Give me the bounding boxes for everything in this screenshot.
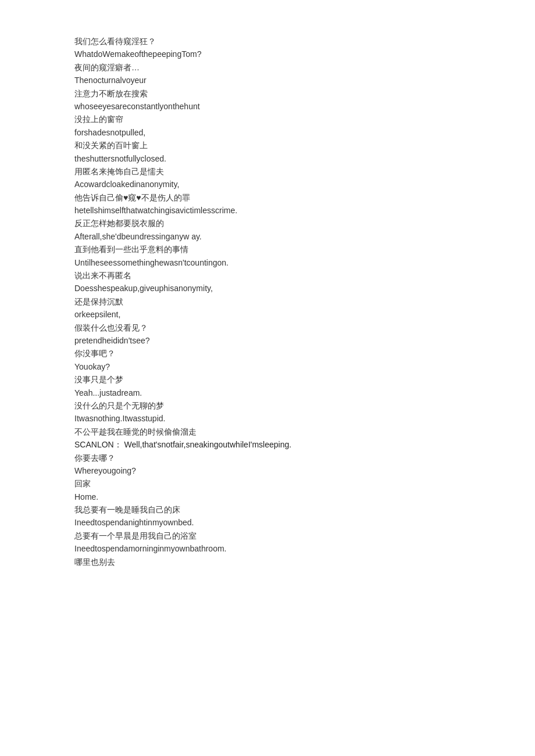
text-line-26: 没事只是个梦: [74, 373, 461, 386]
text-line-12: 他告诉自己偷♥窥♥不是伤人的罪: [74, 191, 461, 204]
text-line-27: Yeah...justadream.: [74, 386, 461, 399]
text-line-34: 回家: [74, 477, 461, 490]
text-line-3: Thenocturnalvoyeur: [74, 74, 461, 87]
text-line-4: 注意力不断放在搜索: [74, 87, 461, 100]
text-line-28: 没什么的只是个无聊的梦: [74, 399, 461, 412]
text-line-1: WhatdoWemakeofthepeepingTom?: [74, 48, 461, 60]
text-line-30: 不公平趁我在睡觉的时候偷偷溜走: [74, 425, 461, 438]
text-line-19: Doesshespeakup,giveuphisanonymity,: [74, 282, 461, 295]
main-content: 我们怎么看待窥淫狂？WhatdoWemakeofthepeepingTom?夜间…: [74, 35, 461, 568]
text-line-38: 总要有一个早晨是用我自己的浴室: [74, 529, 461, 542]
text-line-22: 假装什么也没看见？: [74, 321, 461, 334]
text-line-17: Untilheseessomethinghewasn'tcountingon.: [74, 256, 461, 269]
text-line-20: 还是保持沉默: [74, 295, 461, 308]
text-line-9: theshuttersnotfullyclosed.: [74, 152, 461, 165]
text-line-18: 说出来不再匿名: [74, 269, 461, 282]
text-line-23: pretendheididn'tsee?: [74, 334, 461, 347]
text-line-0: 我们怎么看待窥淫狂？: [74, 35, 461, 48]
text-line-6: 没拉上的窗帘: [74, 113, 461, 126]
text-line-25: Youokay?: [74, 360, 461, 373]
text-line-2: 夜间的窥淫癖者…: [74, 61, 461, 74]
text-line-15: Afterall,she'dbeundressinganyw ay.: [74, 230, 461, 243]
text-line-39: Ineedtospendamorninginmyownbathroom.: [74, 542, 461, 555]
text-line-32: 你要去哪？: [74, 452, 461, 464]
text-line-14: 反正怎样她都要脱衣服的: [74, 217, 461, 230]
text-line-35: Home.: [74, 490, 461, 503]
text-line-33: Whereyougoing?: [74, 464, 461, 477]
text-line-8: 和没关紧的百叶窗上: [74, 139, 461, 152]
text-line-36: 我总要有一晚是睡我自己的床: [74, 503, 461, 516]
text-line-24: 你没事吧？: [74, 347, 461, 360]
text-line-13: hetellshimselfthatwatchingisavictimlessc…: [74, 204, 461, 217]
text-line-29: Itwasnothing.Itwasstupid.: [74, 412, 461, 425]
text-line-21: orkeepsilent,: [74, 308, 461, 321]
text-line-37: Ineedtospendanightinmyownbed.: [74, 516, 461, 529]
text-line-31: SCANLON： Well,that'snotfair,sneakingoutw…: [74, 438, 461, 451]
text-line-10: 用匿名来掩饰自己是懦夫: [74, 165, 461, 178]
text-line-16: 直到他看到一些出乎意料的事情: [74, 243, 461, 256]
text-line-11: Acowardcloakedinanonymity,: [74, 178, 461, 191]
text-line-7: forshadesnotpulled,: [74, 126, 461, 139]
text-line-5: whoseeyesareconstantlyonthehunt: [74, 100, 461, 113]
text-line-40: 哪里也别去: [74, 556, 461, 568]
